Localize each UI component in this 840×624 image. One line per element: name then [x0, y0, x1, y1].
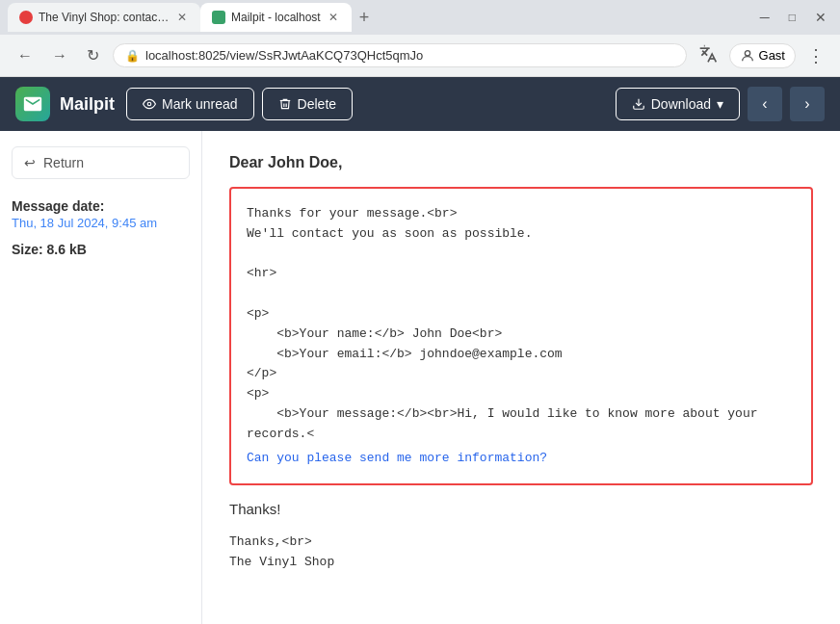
back-button[interactable]: ←	[12, 43, 39, 68]
email-greeting: Dear John Doe,	[229, 154, 813, 171]
browser-menu-button[interactable]: ⋮	[803, 41, 828, 70]
svg-point-1	[147, 102, 151, 106]
window-controls: ─ □ ✕	[420, 0, 840, 35]
highlight-text: Can you please send me more information?	[247, 449, 796, 469]
email-content[interactable]: Dear John Doe, Thanks for your message.<…	[202, 131, 840, 624]
forward-button[interactable]: →	[46, 43, 73, 68]
window-minimize[interactable]: ─	[754, 6, 775, 29]
address-bar: ← → ↻ 🔒 Gast ⋮	[0, 35, 840, 76]
url-input[interactable]	[145, 48, 674, 63]
header-right: Download ▾ ‹ ›	[616, 87, 825, 121]
tab-vinyl[interactable]: The Vinyl Shop: contact info ✕	[8, 3, 200, 32]
message-date-label: Message date:	[12, 198, 190, 214]
email-source-combined: Thanks for your message.<br> We'll conta…	[229, 187, 813, 485]
tab-favicon-vinyl	[19, 11, 33, 24]
app-header: Mailpit Mark unread Delete Download ▾ ‹ …	[0, 77, 840, 131]
prev-email-button[interactable]: ‹	[748, 87, 782, 121]
tab-title-vinyl: The Vinyl Shop: contact info	[39, 11, 170, 24]
window-maximize[interactable]: □	[783, 7, 801, 28]
download-button[interactable]: Download ▾	[616, 88, 740, 120]
tab-close-mailpit[interactable]: ✕	[327, 9, 340, 26]
logo: Mailpit	[15, 87, 115, 121]
footer-line-2: The Vinyl Shop	[229, 553, 813, 573]
lock-icon: 🔒	[125, 49, 140, 63]
email-footer: Thanks,<br> The Vinyl Shop	[229, 533, 813, 573]
size-value: 8.6 kB	[47, 242, 87, 257]
message-size: Size: 8.6 kB	[12, 242, 190, 257]
delete-label: Delete	[298, 96, 336, 112]
tabs-container: The Vinyl Shop: contact info ✕ Mailpit -…	[0, 3, 420, 32]
tab-close-vinyl[interactable]: ✕	[175, 9, 189, 26]
translate-button[interactable]	[695, 40, 722, 70]
footer-line-1: Thanks,<br>	[229, 533, 813, 553]
download-label: Download	[651, 96, 711, 112]
size-label: Size:	[12, 242, 43, 257]
window-close[interactable]: ✕	[809, 6, 832, 29]
svg-point-0	[745, 50, 749, 55]
download-chevron-icon: ▾	[717, 96, 723, 112]
app-name: Mailpit	[60, 94, 115, 115]
return-button[interactable]: ↩ Return	[12, 146, 190, 179]
header-actions: Mark unread Delete	[126, 88, 353, 120]
url-bar[interactable]: 🔒	[113, 43, 687, 67]
message-date-value: Thu, 18 Jul 2024, 9:45 am	[12, 216, 190, 230]
tab-bar: The Vinyl Shop: contact info ✕ Mailpit -…	[0, 0, 840, 35]
tab-mailpit[interactable]: Mailpit - localhost ✕	[200, 3, 352, 32]
browser-chrome: The Vinyl Shop: contact info ✕ Mailpit -…	[0, 0, 840, 77]
tab-title-mailpit: Mailpit - localhost	[231, 11, 321, 24]
main-layout: ↩ Return Message date: Thu, 18 Jul 2024,…	[0, 131, 840, 624]
message-meta: Message date: Thu, 18 Jul 2024, 9:45 am …	[12, 198, 190, 257]
mark-unread-label: Mark unread	[162, 96, 238, 112]
refresh-button[interactable]: ↻	[81, 42, 105, 68]
tab-favicon-mailpit	[212, 11, 225, 24]
sidebar: ↩ Return Message date: Thu, 18 Jul 2024,…	[0, 131, 202, 624]
logo-icon	[15, 87, 50, 121]
new-tab-button[interactable]: +	[352, 4, 378, 32]
mark-unread-button[interactable]: Mark unread	[126, 88, 254, 120]
return-label: Return	[43, 155, 84, 170]
delete-button[interactable]: Delete	[262, 88, 353, 120]
email-thanks: Thanks!	[229, 501, 813, 517]
next-email-button[interactable]: ›	[790, 87, 825, 121]
return-icon: ↩	[24, 155, 36, 170]
profile-label: Gast	[759, 48, 785, 63]
profile-button[interactable]: Gast	[729, 43, 796, 68]
